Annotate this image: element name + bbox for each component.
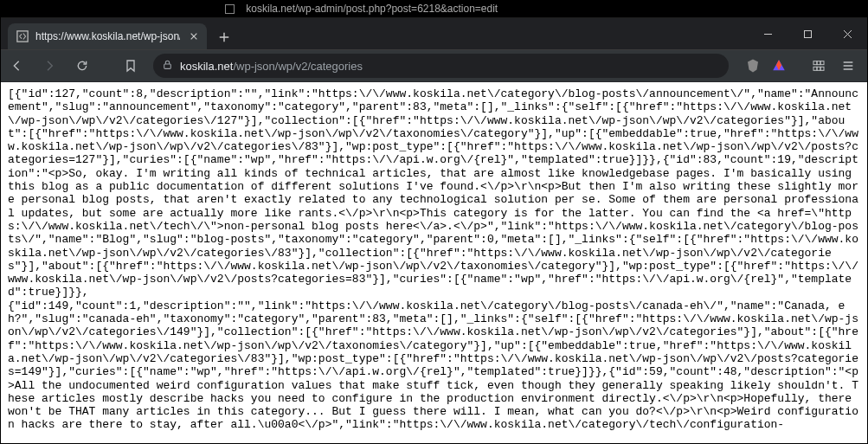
- browser-window: https://www.koskila.net/wp-json/w: [0, 0, 868, 444]
- svg-rect-4: [817, 61, 820, 65]
- favicon-icon: [16, 30, 29, 42]
- minimize-button[interactable]: [748, 18, 788, 49]
- url-text: koskila.net/wp-json/wp/v2/categories: [180, 60, 363, 73]
- svg-rect-0: [17, 31, 28, 42]
- titlebar: https://www.koskila.net/wp-json/w: [1, 18, 867, 49]
- new-tab-button[interactable]: [212, 25, 236, 49]
- svg-rect-8: [820, 67, 824, 70]
- menu-button[interactable]: [834, 53, 862, 79]
- lock-icon: [162, 59, 173, 73]
- json-response-line1: [{"id":127,"count":8,"description":"","l…: [8, 87, 860, 299]
- url-host: koskila.net: [180, 60, 233, 73]
- close-window-button[interactable]: [827, 18, 867, 49]
- svg-rect-3: [813, 61, 817, 65]
- tab-close-button[interactable]: [187, 29, 200, 43]
- browser-tab[interactable]: https://www.koskila.net/wp-json/w: [8, 23, 207, 49]
- brave-rewards-icon[interactable]: [767, 54, 791, 78]
- address-bar: koskila.net/wp-json/wp/v2/categories: [1, 49, 867, 82]
- tab-title: https://www.koskila.net/wp-json/w: [35, 30, 180, 42]
- json-response-line2: {"id":149,"count":1,"description":"","li…: [8, 299, 860, 432]
- svg-rect-2: [164, 64, 171, 68]
- bookmark-button[interactable]: [117, 53, 145, 79]
- forward-button[interactable]: [37, 53, 65, 79]
- reload-button[interactable]: [68, 53, 96, 79]
- window-controls: [748, 18, 867, 49]
- background-window-titlebar: koskila.net/wp-admin/post.php?post=6218&…: [0, 0, 868, 17]
- svg-rect-6: [813, 67, 817, 70]
- back-button[interactable]: [6, 53, 34, 79]
- background-window-title: koskila.net/wp-admin/post.php?post=6218&…: [246, 3, 498, 15]
- url-path: /wp-json/wp/v2/categories: [233, 60, 363, 73]
- brave-shields-icon[interactable]: [741, 54, 765, 78]
- maximize-button[interactable]: [788, 18, 827, 49]
- svg-rect-7: [817, 67, 820, 70]
- svg-rect-1: [804, 30, 811, 37]
- page-content[interactable]: [{"id":127,"count":8,"description":"","l…: [1, 82, 867, 443]
- window-icon: [225, 4, 235, 14]
- extensions-button[interactable]: [805, 53, 833, 79]
- url-input[interactable]: koskila.net/wp-json/wp/v2/categories: [153, 54, 729, 78]
- svg-rect-5: [820, 61, 824, 65]
